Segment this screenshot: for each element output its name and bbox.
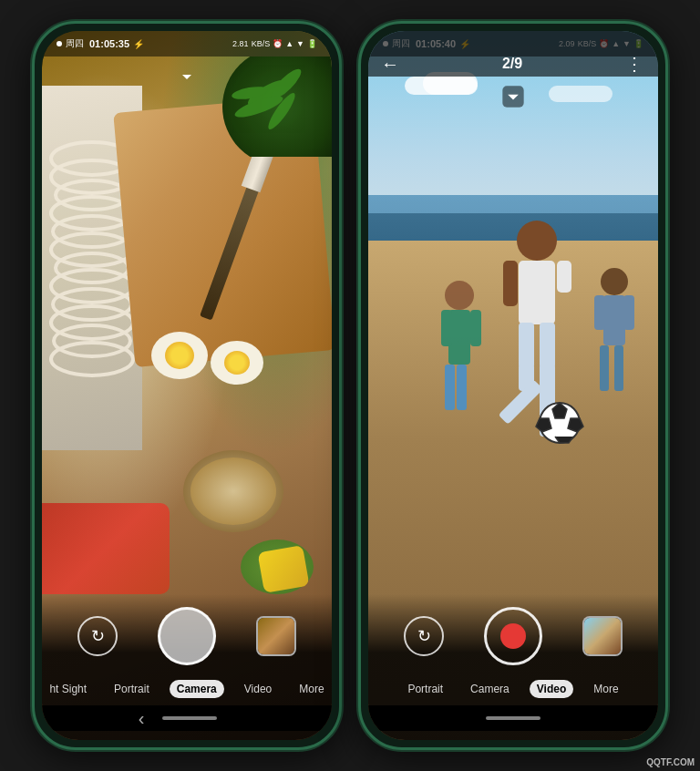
egg-half-1: [151, 332, 208, 379]
power-button-2[interactable]: [666, 170, 668, 215]
mode-tab-video-2[interactable]: Video: [530, 680, 573, 698]
phone-1: 周四 01:05:35 ⚡ 2.81 KB/S ⏰ ▲ ▼ 🔋: [32, 21, 342, 750]
mode-tab-night-sight[interactable]: ht Sight: [42, 680, 94, 698]
mode-tab-portrait-2[interactable]: Portrait: [400, 680, 450, 698]
rotate-camera-button-2[interactable]: ↻: [404, 616, 444, 656]
phone-1-screen: 周四 01:05:35 ⚡ 2.81 KB/S ⏰ ▲ ▼ 🔋: [42, 31, 332, 740]
svg-rect-28: [557, 261, 571, 293]
egg-half-2: [211, 341, 263, 385]
volume-down-button[interactable]: [340, 233, 342, 279]
greens-container: [213, 57, 332, 157]
rotate-icon-2: ↻: [417, 626, 431, 646]
chevron-down-icon: [176, 66, 198, 87]
status-right-1: 2.81 KB/S ⏰ ▲ ▼ 🔋: [232, 39, 317, 48]
thumbnail-preview-2: [584, 618, 621, 654]
nav-bar-1: ‹: [42, 705, 332, 731]
svg-rect-37: [623, 295, 634, 330]
photo-counter: 2/9: [502, 56, 522, 72]
svg-rect-33: [603, 295, 625, 345]
volume-up-button[interactable]: [32, 188, 34, 252]
svg-rect-22: [470, 310, 481, 346]
rotate-camera-button-1[interactable]: ↻: [77, 616, 118, 656]
red-veg: [42, 503, 170, 594]
volume-down-button-2[interactable]: [666, 233, 668, 279]
volume-up-button-2[interactable]: [358, 188, 360, 252]
svg-rect-25: [519, 323, 534, 368]
down-arrow-1[interactable]: [176, 66, 198, 92]
egg-area: [151, 332, 208, 379]
shutter-row-1: ↻: [77, 607, 296, 665]
svg-rect-34: [600, 345, 609, 391]
video-shutter-button[interactable]: [484, 607, 542, 665]
mode-tab-camera-2[interactable]: Camera: [463, 680, 517, 698]
watermark: QQTF.COM: [646, 757, 695, 767]
status-dot: [57, 41, 62, 46]
svg-rect-19: [445, 365, 455, 410]
lightning-icon: ⚡: [133, 39, 144, 49]
svg-point-23: [517, 221, 557, 261]
phone-2: 周四 01:05:40 ⚡ 2.09 KB/S ⏰ ▲ ▼ 🔋: [358, 21, 668, 750]
yellow-item: [257, 545, 309, 593]
svg-point-5: [51, 233, 133, 266]
svg-rect-24: [519, 261, 555, 324]
nav-indicator-2: [486, 716, 540, 720]
more-menu-button[interactable]: ⋮: [625, 53, 645, 75]
nav-indicator-1: [162, 716, 217, 720]
seeds-bowl-container: [183, 450, 283, 532]
greens-svg: [213, 57, 332, 157]
chevron-down-icon-2: [500, 84, 526, 109]
egg-yolk-2: [224, 351, 250, 375]
camera-view-2: ← 2/9 ⋮ ↻: [368, 31, 658, 740]
nav-bar-2: [368, 705, 658, 731]
record-dot: [500, 623, 526, 649]
mode-tabs-1: ht Sight Portrait Camera Video More: [42, 680, 331, 698]
players-svg: [368, 31, 658, 614]
mode-tab-more-2[interactable]: More: [586, 680, 625, 698]
egg-area-2: [211, 341, 263, 385]
data-speed-1: 2.81: [232, 39, 249, 48]
mode-tab-portrait-1[interactable]: Portrait: [107, 680, 157, 698]
svg-rect-36: [594, 295, 605, 330]
data-speed-unit-1: KB/S: [252, 39, 271, 48]
svg-point-11: [51, 343, 133, 375]
signal-icon: ▲: [285, 39, 293, 48]
thumbnail-button-2[interactable]: [582, 616, 623, 656]
status-bar-1: 周四 01:05:35 ⚡ 2.81 KB/S ⏰ ▲ ▼ 🔋: [42, 31, 332, 57]
status-time-1: 01:05:35: [89, 38, 129, 49]
status-day-1: 周四: [66, 37, 84, 50]
wifi-icon: ▼: [296, 39, 304, 48]
svg-rect-27: [503, 261, 518, 306]
phone-2-body: 周四 01:05:40 ⚡ 2.09 KB/S ⏰ ▲ ▼ 🔋: [358, 21, 668, 750]
down-arrow-2[interactable]: [500, 84, 526, 114]
svg-point-9: [51, 306, 133, 339]
nav-back-1[interactable]: ‹: [139, 708, 145, 729]
mode-tab-more-1[interactable]: More: [292, 680, 331, 698]
power-button[interactable]: [340, 170, 342, 215]
phone-1-body: 周四 01:05:35 ⚡ 2.81 KB/S ⏰ ▲ ▼ 🔋: [32, 21, 342, 750]
svg-rect-21: [441, 310, 452, 346]
camera-view-1: ↻ ht Sight Portrait: [42, 31, 332, 740]
back-button-2[interactable]: ←: [381, 54, 399, 75]
seeds-inner: [190, 457, 276, 525]
svg-point-17: [445, 281, 474, 310]
rotate-icon-1: ↻: [91, 626, 105, 646]
svg-rect-35: [614, 345, 623, 391]
thumbnail-preview-1: [258, 618, 294, 654]
mode-tab-video-1[interactable]: Video: [237, 680, 279, 698]
svg-point-32: [601, 268, 628, 295]
alarm-icon: ⏰: [273, 39, 283, 48]
mode-tabs-2: Portrait Camera Video More: [400, 680, 625, 698]
battery-icon: 🔋: [307, 39, 317, 48]
camera-controls-1: ↻ ht Sight Portrait: [42, 594, 332, 740]
status-left-1: 周四 01:05:35 ⚡: [57, 37, 144, 50]
svg-rect-26: [540, 323, 555, 368]
svg-rect-20: [457, 365, 467, 410]
yellow-items: [261, 549, 306, 590]
mode-tab-camera-1[interactable]: Camera: [170, 680, 224, 698]
thumbnail-button-1[interactable]: [256, 616, 296, 656]
photo-topbar: ← 2/9 ⋮: [368, 31, 658, 77]
shutter-button-1[interactable]: [158, 607, 216, 665]
camera-controls-2: ↻ Portrait Came: [368, 594, 658, 740]
egg-yolk-1: [165, 342, 194, 369]
shutter-row-2: ↻: [404, 607, 623, 665]
